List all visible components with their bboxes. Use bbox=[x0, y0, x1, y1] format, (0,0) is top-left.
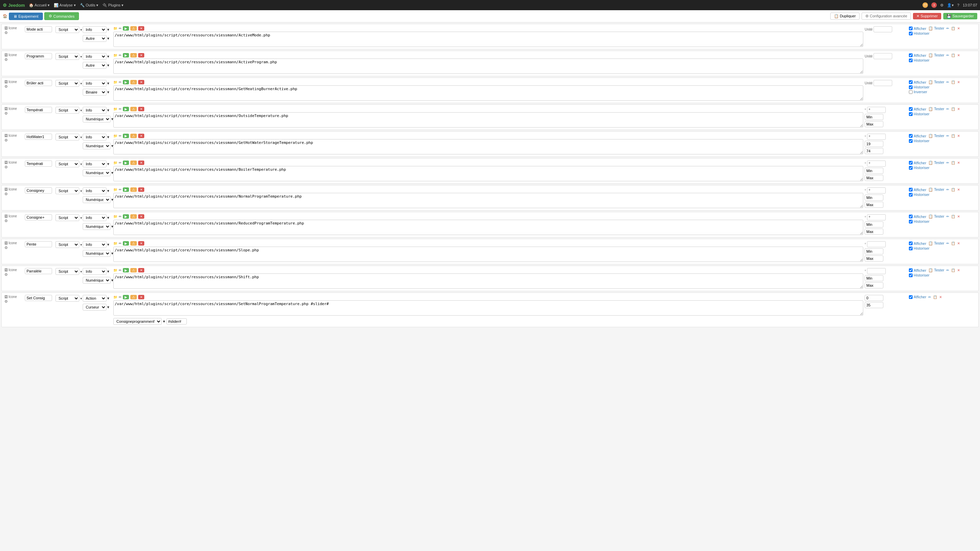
copy-icon[interactable]: 📋 bbox=[951, 107, 955, 111]
subtype-select[interactable]: Info bbox=[83, 241, 107, 248]
name-input[interactable] bbox=[25, 295, 52, 301]
historiser-label[interactable]: Historiser bbox=[914, 31, 929, 35]
subtype2-select[interactable]: Curseur bbox=[83, 304, 107, 311]
max-input[interactable] bbox=[865, 229, 883, 235]
script-textarea[interactable]: /var/www/html/plugins/script/core/ressou… bbox=[113, 300, 863, 316]
afficher-label[interactable]: Afficher bbox=[914, 27, 926, 30]
tester-link[interactable]: 📋 Tester bbox=[928, 187, 944, 192]
icon-button[interactable]: 🖼 Icone bbox=[5, 134, 25, 137]
test-green-btn[interactable]: ▶ bbox=[123, 268, 129, 272]
type-select[interactable]: Script bbox=[56, 53, 79, 60]
tester-link[interactable]: 📋 Tester bbox=[928, 160, 944, 165]
icon-button[interactable]: 🖼 Icone bbox=[5, 80, 25, 84]
historiser-checkbox[interactable] bbox=[909, 193, 913, 197]
test-red-btn[interactable]: ✕ bbox=[138, 134, 144, 138]
min-input[interactable] bbox=[865, 275, 883, 281]
nav-user[interactable]: 👤▾ bbox=[947, 3, 954, 8]
edit-script-icon[interactable]: ✏ bbox=[119, 295, 121, 299]
edit-icon[interactable]: ✏ bbox=[946, 161, 949, 165]
min-input[interactable] bbox=[865, 248, 883, 254]
subtype-select[interactable]: Info bbox=[83, 160, 107, 167]
historiser-checkbox[interactable] bbox=[909, 273, 913, 277]
icon-button[interactable]: 🖼 Icone bbox=[5, 26, 25, 30]
delete-row-icon[interactable]: ✕ bbox=[957, 53, 960, 57]
delete-button[interactable]: ✕ Supprimer bbox=[913, 13, 941, 19]
delete-row-icon[interactable]: ✕ bbox=[957, 214, 960, 218]
icon-button[interactable]: 🖼 Icone bbox=[5, 160, 25, 164]
home-link[interactable]: 🏠 bbox=[3, 14, 8, 18]
edit-icon[interactable]: ✏ bbox=[946, 268, 949, 272]
afficher-checkbox[interactable] bbox=[909, 268, 913, 272]
unit-input[interactable] bbox=[867, 160, 886, 167]
afficher-checkbox[interactable] bbox=[909, 295, 913, 299]
edit-script-icon[interactable]: ✏ bbox=[119, 241, 121, 245]
historiser-checkbox[interactable] bbox=[909, 86, 913, 89]
test-orange-btn[interactable]: ⚠ bbox=[130, 160, 137, 165]
subtype2-select[interactable]: Autre bbox=[83, 35, 107, 42]
test-green-btn[interactable]: ▶ bbox=[123, 80, 129, 84]
subtype-select[interactable]: Info bbox=[83, 26, 107, 33]
subtype2-select[interactable]: Numérique bbox=[83, 116, 111, 122]
gear-icon[interactable]: ⚙ bbox=[5, 165, 25, 169]
historiser-label[interactable]: Historiser bbox=[914, 273, 929, 277]
delete-row-icon[interactable]: ✕ bbox=[957, 27, 960, 30]
edit-script-icon[interactable]: ✏ bbox=[119, 161, 121, 165]
historiser-checkbox[interactable] bbox=[909, 220, 913, 224]
test-green-btn[interactable]: ▶ bbox=[123, 160, 129, 165]
afficher-label[interactable]: Afficher bbox=[914, 268, 926, 272]
subtype2-select[interactable]: Numérique bbox=[83, 250, 111, 257]
subtype-select[interactable]: Info bbox=[83, 134, 107, 140]
afficher-checkbox[interactable] bbox=[909, 241, 913, 245]
name-input[interactable] bbox=[25, 26, 52, 32]
afficher-label[interactable]: Afficher bbox=[914, 188, 926, 192]
test-red-btn[interactable]: ✕ bbox=[138, 160, 144, 165]
tester-link[interactable]: 📋 Tester bbox=[928, 26, 944, 30]
afficher-checkbox[interactable] bbox=[909, 134, 913, 138]
folder-icon[interactable]: 📁 bbox=[113, 295, 118, 299]
edit-icon[interactable]: ✏ bbox=[946, 53, 949, 57]
nav-icons[interactable]: ⚙ bbox=[940, 3, 943, 8]
type-select[interactable]: Script bbox=[56, 134, 79, 140]
inverser-label[interactable]: Inverser bbox=[914, 90, 927, 94]
historiser-label[interactable]: Historiser bbox=[914, 85, 929, 89]
delete-row-icon[interactable]: ✕ bbox=[957, 268, 960, 272]
afficher-checkbox[interactable] bbox=[909, 27, 913, 30]
folder-icon[interactable]: 📁 bbox=[113, 107, 118, 111]
folder-icon[interactable]: 📁 bbox=[113, 241, 118, 245]
afficher-checkbox[interactable] bbox=[909, 80, 913, 84]
script-textarea[interactable]: /var/www/html/plugins/script/core/ressou… bbox=[113, 112, 863, 127]
max-input[interactable] bbox=[865, 202, 883, 208]
tab-commands[interactable]: ⚙ Commandes bbox=[44, 12, 79, 20]
max-input[interactable] bbox=[865, 148, 883, 154]
name-input[interactable] bbox=[25, 241, 52, 247]
historiser-label[interactable]: Historiser bbox=[914, 192, 929, 197]
historiser-checkbox[interactable] bbox=[909, 139, 913, 143]
icon-button[interactable]: 🖼 Icone bbox=[5, 107, 25, 111]
afficher-label[interactable]: Afficher bbox=[914, 295, 926, 299]
nav-help[interactable]: ? bbox=[957, 3, 959, 7]
config-button[interactable]: ⚙ Configuration avancée bbox=[862, 13, 911, 20]
icon-button[interactable]: 🖼 Icone bbox=[5, 53, 25, 57]
icon-button[interactable]: 🖼 Icone bbox=[5, 214, 25, 218]
name-input[interactable] bbox=[25, 53, 52, 59]
historiser-label[interactable]: Historiser bbox=[914, 58, 929, 62]
gear-icon[interactable]: ⚙ bbox=[5, 219, 25, 223]
script-textarea[interactable]: /var/www/html/plugins/script/core/ressou… bbox=[113, 86, 863, 101]
edit-icon[interactable]: ✏ bbox=[946, 107, 949, 111]
test-red-btn[interactable]: ✕ bbox=[138, 268, 144, 272]
name-input[interactable] bbox=[25, 107, 52, 113]
type-select[interactable]: Script bbox=[56, 268, 79, 275]
unit-input[interactable] bbox=[867, 241, 886, 247]
max-input[interactable] bbox=[865, 256, 883, 262]
script-textarea[interactable]: /var/www/html/plugins/script/core/ressou… bbox=[113, 193, 863, 208]
script-textarea[interactable]: /var/www/html/plugins/script/core/ressou… bbox=[113, 246, 863, 262]
test-green-btn[interactable]: ▶ bbox=[123, 107, 129, 111]
subtype-select[interactable]: Info bbox=[83, 187, 107, 194]
min-input[interactable] bbox=[865, 221, 883, 227]
script-textarea[interactable]: /var/www/html/plugins/script/core/ressou… bbox=[113, 139, 863, 154]
unit-input[interactable] bbox=[867, 107, 886, 113]
copy-icon[interactable]: 📋 bbox=[951, 134, 955, 138]
tester-link[interactable]: 📋 Tester bbox=[928, 53, 944, 57]
historiser-label[interactable]: Historiser bbox=[914, 219, 929, 224]
nav-accueil[interactable]: 🏠 Accueil ▾ bbox=[29, 3, 50, 8]
